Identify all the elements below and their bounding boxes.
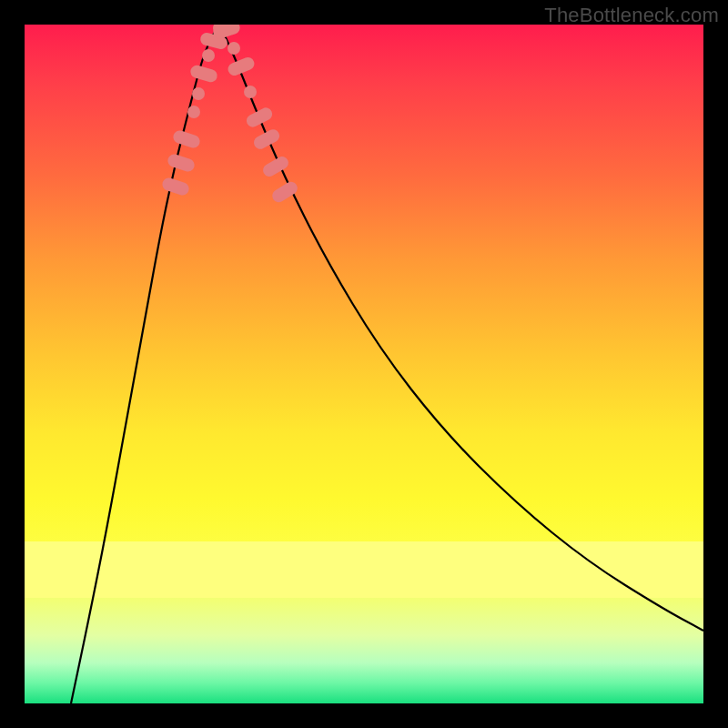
marker-group	[161, 25, 300, 205]
marker-capsule	[244, 106, 274, 129]
marker-capsule	[172, 129, 202, 150]
right-branch-curve	[219, 25, 703, 631]
marker-capsule	[189, 64, 219, 84]
chart-frame: TheBottleneck.com	[0, 0, 728, 728]
marker-dot	[202, 49, 215, 62]
curve-layer	[25, 25, 703, 703]
marker-capsule	[161, 177, 191, 197]
left-branch-curve	[71, 25, 219, 703]
marker-dot	[244, 86, 257, 98]
marker-dot	[228, 42, 240, 55]
marker-dot	[187, 106, 200, 118]
marker-capsule	[167, 153, 197, 174]
plot-area	[25, 25, 703, 703]
watermark-text: TheBottleneck.com	[544, 4, 719, 27]
marker-capsule	[251, 127, 281, 151]
marker-dot	[192, 87, 205, 100]
marker-capsule	[270, 179, 300, 205]
